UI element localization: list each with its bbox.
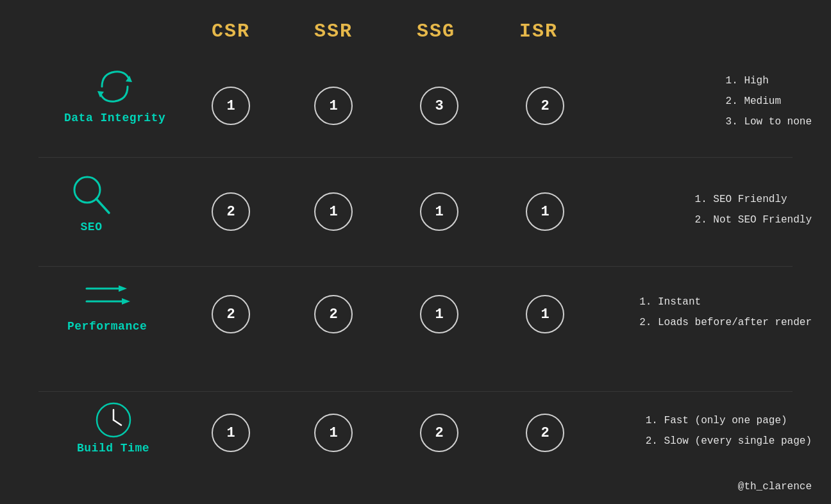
data-integrity-label: Data Integrity (64, 112, 165, 124)
performance-label: Performance (67, 320, 147, 333)
perf-ssg-circle: 1 (420, 295, 458, 333)
sync-icon (92, 64, 137, 109)
bt-legend-2: 2. Slow (every single page) (646, 431, 812, 451)
seo-icon-area: SEO (71, 173, 112, 233)
col-header-isr: ISR (487, 21, 590, 42)
seo-csr-circle: 2 (212, 192, 250, 231)
seo-legend: 1. SEO Friendly 2. Not SEO Friendly (695, 189, 812, 230)
divider-2 (38, 266, 793, 267)
bt-isr-circle: 2 (526, 414, 564, 452)
arrows-icon (83, 279, 131, 317)
main-container: CSR SSR SSG ISR Data Integrity 1 1 3 2 1… (0, 0, 831, 504)
divider-3 (38, 391, 793, 392)
performance-icon-area: Performance (67, 279, 147, 333)
di-legend-3: 3. Low to none (726, 112, 812, 132)
seo-legend-2: 2. Not SEO Friendly (695, 210, 812, 230)
seo-ssg-circle: 1 (420, 192, 458, 231)
perf-legend-2: 2. Loads before/after render (639, 312, 812, 333)
seo-isr-circle: 1 (526, 192, 564, 231)
svg-marker-7 (122, 298, 130, 305)
perf-legend-1: 1. Instant (639, 292, 812, 312)
svg-line-10 (113, 420, 121, 425)
di-csr-circle: 1 (212, 87, 250, 125)
perf-csr-circle: 2 (212, 295, 250, 333)
data-integrity-icon-area: Data Integrity (64, 64, 165, 124)
di-legend-1: 1. High (726, 71, 812, 91)
bt-ssg-circle: 2 (420, 414, 458, 452)
bt-legend-1: 1. Fast (only one page) (646, 410, 812, 431)
col-header-csr: CSR (180, 21, 282, 42)
clock-icon (94, 401, 133, 439)
svg-line-3 (96, 199, 109, 213)
perf-legend: 1. Instant 2. Loads before/after render (639, 292, 812, 333)
seo-legend-1: 1. SEO Friendly (695, 189, 812, 210)
perf-ssr-circle: 2 (314, 295, 353, 333)
bt-legend: 1. Fast (only one page) 2. Slow (every s… (646, 410, 812, 451)
buildtime-icon-area: Build Time (77, 401, 149, 455)
di-legend: 1. High 2. Medium 3. Low to none (726, 71, 812, 132)
di-isr-circle: 2 (526, 87, 564, 125)
di-ssr-circle: 1 (314, 87, 353, 125)
bt-csr-circle: 1 (212, 414, 250, 452)
di-ssg-circle: 3 (420, 87, 458, 125)
watermark: @th_clarence (738, 481, 812, 492)
bt-ssr-circle: 1 (314, 414, 353, 452)
svg-marker-5 (119, 285, 127, 292)
seo-label: SEO (81, 221, 103, 233)
col-header-ssr: SSR (282, 21, 385, 42)
divider-1 (38, 157, 793, 158)
di-legend-2: 2. Medium (726, 91, 812, 112)
buildtime-label: Build Time (77, 442, 149, 455)
seo-ssr-circle: 1 (314, 192, 353, 231)
perf-isr-circle: 1 (526, 295, 564, 333)
col-header-ssg: SSG (385, 21, 487, 42)
search-icon (71, 173, 112, 218)
